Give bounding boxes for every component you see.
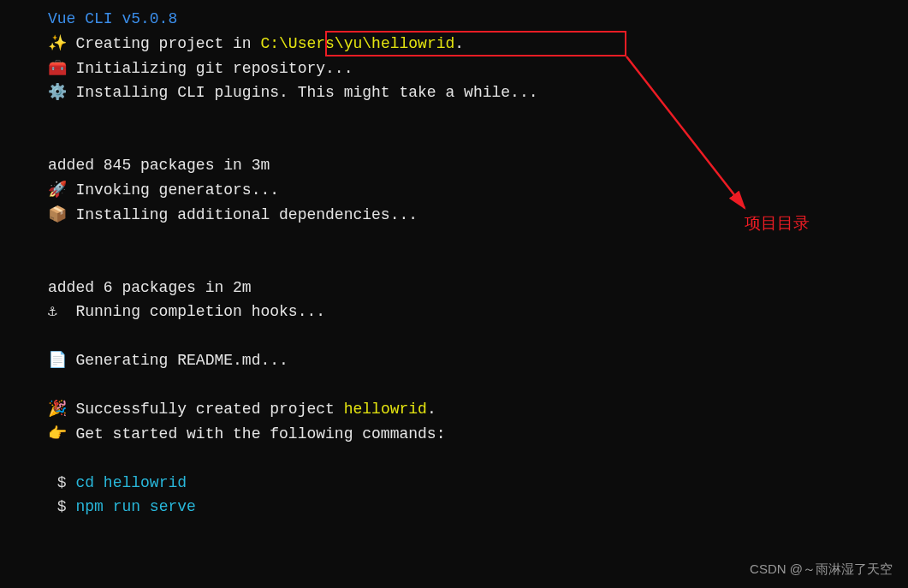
prompt-symbol: $ [57, 498, 67, 515]
pointer-icon: 👉 [48, 422, 74, 447]
rocket-icon: 🚀 [48, 178, 74, 203]
success-prefix: Successfully created project [75, 401, 343, 418]
getstarted-text: Get started with the following commands: [75, 425, 445, 442]
blank-line [0, 129, 908, 153]
readme-line: 📄 Generating README.md... [0, 348, 908, 373]
toolbox-icon: 🧰 [48, 56, 74, 81]
added-packages-2: added 6 packages in 2m [0, 276, 908, 300]
init-git-line: 🧰 Initializing git repository... [0, 56, 908, 81]
install-plugins-line: ⚙️ Installing CLI plugins. This might ta… [0, 80, 908, 105]
confetti-icon: 🎉 [48, 397, 74, 422]
blank-line [0, 324, 908, 348]
invoking-text: Invoking generators... [75, 181, 279, 199]
project-path: C:\Users\yu\hellowrid [260, 35, 454, 52]
package-icon: 📦 [48, 203, 74, 228]
init-git-text: Initializing git repository... [75, 60, 353, 77]
success-suffix: . [427, 401, 436, 418]
command-1: cd hellowrid [75, 474, 187, 491]
success-line: 🎉 Successfully created project hellowrid… [0, 397, 908, 422]
completion-line: ⚓ Running completion hooks... [0, 300, 908, 324]
document-icon: 📄 [48, 348, 74, 373]
creating-project-line: ✨ Creating project in C:\Users\yu\hellow… [0, 32, 908, 56]
getstarted-line: 👉 Get started with the following command… [0, 422, 908, 447]
invoking-line: 🚀 Invoking generators... [0, 178, 908, 203]
added-packages-1: added 845 packages in 3m [0, 153, 908, 178]
sparkle-icon: ✨ [48, 32, 74, 56]
completion-text: Running completion hooks... [75, 303, 325, 320]
readme-text: Generating README.md... [75, 352, 288, 369]
prompt-symbol: $ [57, 474, 67, 491]
blank-line [0, 252, 908, 276]
anchor-icon: ⚓ [48, 300, 74, 324]
command-1-line: $ cd hellowrid [0, 471, 908, 496]
command-2: npm run serve [75, 498, 195, 515]
annotation-label: 项目目录 [745, 212, 810, 235]
blank-line [0, 447, 908, 471]
install-plugins-text: Installing CLI plugins. This might take … [75, 84, 537, 101]
gear-icon: ⚙️ [48, 80, 74, 105]
blank-line [0, 373, 908, 397]
success-project: hellowrid [344, 401, 427, 418]
creating-prefix: Creating project in [75, 35, 260, 52]
terminal-output: Vue CLI v5.0.8 ✨ Creating project in C:\… [0, 0, 908, 520]
blank-line [0, 105, 908, 129]
command-2-line: $ npm run serve [0, 495, 908, 520]
creating-suffix: . [454, 35, 464, 52]
watermark: CSDN @～雨淋湿了天空 [750, 561, 893, 578]
cli-version: Vue CLI v5.0.8 [48, 10, 177, 27]
install-deps-text: Installing additional dependencies... [75, 206, 418, 223]
cli-version-line: Vue CLI v5.0.8 [0, 7, 908, 32]
